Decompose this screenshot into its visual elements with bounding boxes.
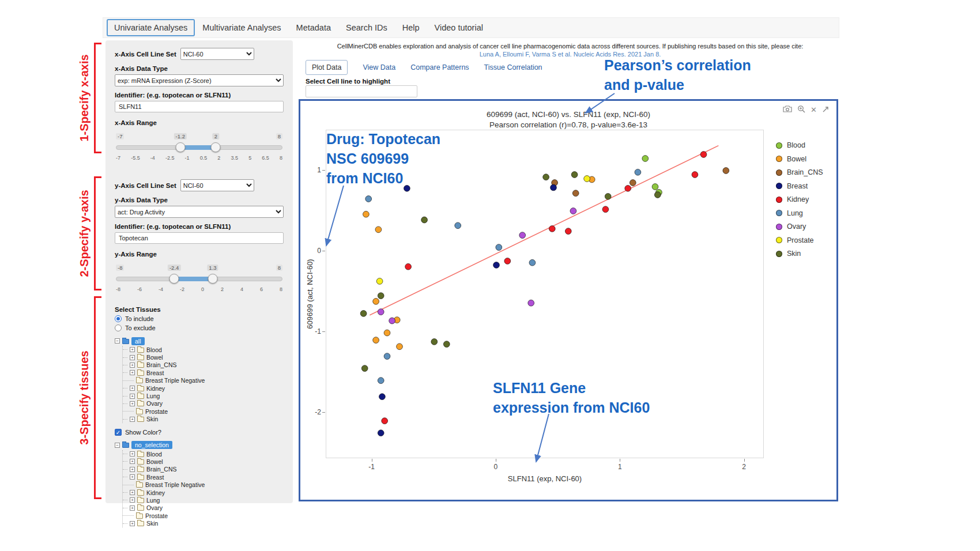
scatter-point-prostate[interactable] bbox=[376, 278, 383, 285]
exclude-tree-item-breast[interactable]: +Breast bbox=[123, 473, 284, 481]
expand-icon[interactable]: + bbox=[130, 490, 135, 495]
expand-icon[interactable]: + bbox=[130, 474, 135, 480]
expand-icon[interactable]: + bbox=[130, 505, 135, 511]
scatter-point-kidney[interactable] bbox=[549, 226, 555, 232]
x-slider-handle-from[interactable] bbox=[175, 142, 185, 152]
y-range-slider[interactable]: -88-2.41.3-8-6-4-202468 bbox=[116, 267, 282, 297]
scatter-point-ovary[interactable] bbox=[528, 300, 534, 306]
expand-icon[interactable]: + bbox=[130, 401, 135, 406]
scatter-point-blood[interactable] bbox=[652, 184, 658, 190]
expand-icon[interactable]: + bbox=[130, 467, 135, 472]
expand-icon[interactable]: + bbox=[130, 355, 135, 360]
legend-item-lung[interactable]: Lung bbox=[776, 209, 823, 217]
nav-tab-univariate-analyses[interactable]: Univariate Analyses bbox=[107, 19, 195, 36]
legend-item-breast[interactable]: Breast bbox=[776, 182, 823, 190]
legend-item-bowel[interactable]: Bowel bbox=[776, 155, 823, 163]
include-tree-item-breast-triple-negative[interactable]: Breast Triple Negative bbox=[123, 377, 284, 384]
tab-tissue-correlation[interactable]: Tissue Correlation bbox=[484, 63, 542, 71]
scatter-point-ovary[interactable] bbox=[378, 309, 384, 315]
highlight-cell-line-input[interactable] bbox=[306, 85, 417, 97]
scatter-point-kidney[interactable] bbox=[565, 228, 571, 235]
scatter-point-skin[interactable] bbox=[378, 293, 384, 299]
scatter-point-ovary[interactable] bbox=[519, 232, 526, 239]
y-slider-handle-from[interactable] bbox=[169, 274, 179, 284]
expand-icon[interactable]: + bbox=[130, 363, 135, 368]
scatter-point-brain-cns[interactable] bbox=[572, 190, 579, 197]
scatter-point-brain-cns[interactable] bbox=[630, 180, 636, 186]
tissues-include-radio[interactable] bbox=[115, 315, 122, 322]
y-identifier-input[interactable] bbox=[115, 232, 284, 244]
scatter-point-kidney[interactable] bbox=[405, 263, 412, 270]
legend-item-skin[interactable]: Skin bbox=[776, 250, 823, 258]
scatter-point-kidney[interactable] bbox=[602, 206, 609, 213]
scatter-point-skin[interactable] bbox=[571, 172, 578, 178]
scatter-point-breast[interactable] bbox=[378, 430, 384, 436]
scatter-point-prostate[interactable] bbox=[584, 176, 590, 182]
scatter-point-breast[interactable] bbox=[379, 394, 386, 400]
scatter-point-lung[interactable] bbox=[384, 353, 390, 360]
include-tree-item-bowel[interactable]: +Bowel bbox=[123, 353, 284, 361]
expand-icon[interactable]: + bbox=[130, 386, 135, 391]
scatter-point-lung[interactable] bbox=[496, 244, 502, 251]
scatter-point-bowel[interactable] bbox=[375, 227, 382, 233]
collapse-icon[interactable]: − bbox=[115, 338, 120, 344]
exclude-tree-root-label[interactable]: no_selection bbox=[131, 441, 172, 449]
scatter-point-kidney[interactable] bbox=[504, 258, 511, 265]
expand-icon[interactable]: + bbox=[130, 451, 135, 456]
scatter-point-kidney[interactable] bbox=[625, 185, 631, 191]
exclude-tree-item-prostate[interactable]: Prostate bbox=[123, 512, 284, 519]
scatter-point-lung[interactable] bbox=[635, 169, 641, 175]
expand-icon[interactable]: + bbox=[130, 521, 135, 526]
expand-icon[interactable]: + bbox=[130, 347, 135, 352]
exclude-tree-item-bowel[interactable]: +Bowel bbox=[123, 458, 284, 465]
collapse-icon[interactable]: − bbox=[115, 443, 120, 448]
legend-item-brain-cns[interactable]: Brain_CNS bbox=[776, 168, 823, 176]
exclude-tree-item-ovary[interactable]: +Ovary bbox=[123, 504, 284, 512]
scatter-point-lung[interactable] bbox=[529, 259, 536, 266]
include-tree-item-breast[interactable]: +Breast bbox=[123, 369, 284, 376]
include-tree-item-lung[interactable]: +Lung bbox=[123, 392, 284, 399]
exclude-tree-item-breast-triple-negative[interactable]: Breast Triple Negative bbox=[123, 481, 284, 488]
x-data-type-select[interactable]: exp: mRNA Expression (Z-Score) bbox=[115, 74, 284, 86]
include-tree-item-prostate[interactable]: Prostate bbox=[123, 407, 284, 415]
y-slider-handle-to[interactable] bbox=[208, 274, 217, 284]
scatter-point-blood[interactable] bbox=[642, 156, 649, 162]
expand-icon[interactable]: + bbox=[130, 459, 135, 464]
scatter-point-ovary[interactable] bbox=[389, 318, 395, 324]
scatter-point-ovary[interactable] bbox=[570, 208, 576, 214]
tab-compare-patterns[interactable]: Compare Patterns bbox=[410, 63, 469, 71]
nav-tab-video-tutorial[interactable]: Video tutorial bbox=[427, 19, 491, 36]
include-tree-item-brain-cns[interactable]: +Brain_CNS bbox=[123, 361, 284, 369]
scatter-point-skin[interactable] bbox=[431, 339, 438, 345]
scatter-point-kidney[interactable] bbox=[692, 172, 698, 178]
include-tree-item-ovary[interactable]: +Ovary bbox=[123, 400, 284, 407]
expand-icon[interactable]: + bbox=[130, 394, 135, 399]
scatter-point-bowel[interactable] bbox=[373, 299, 379, 305]
exclude-tree-item-kidney[interactable]: +Kidney bbox=[123, 489, 284, 496]
scatter-point-breast[interactable] bbox=[551, 184, 557, 191]
scatter-point-skin[interactable] bbox=[443, 341, 450, 348]
exclude-tree-item-brain-cns[interactable]: +Brain_CNS bbox=[123, 466, 284, 473]
scatter-point-skin[interactable] bbox=[421, 217, 428, 223]
legend-item-ovary[interactable]: Ovary bbox=[776, 222, 823, 231]
nav-tab-metadata[interactable]: Metadata bbox=[289, 19, 338, 36]
scatter-point-skin[interactable] bbox=[543, 174, 549, 180]
scatter-point-skin[interactable] bbox=[605, 193, 611, 199]
show-color-checkbox[interactable]: ✓ bbox=[115, 429, 122, 436]
y-data-type-select[interactable]: act: Drug Activity bbox=[115, 206, 284, 218]
expand-icon[interactable]: + bbox=[130, 497, 135, 503]
x-cell-line-set-select[interactable]: NCI-60 bbox=[180, 48, 254, 60]
tab-view-data[interactable]: View Data bbox=[363, 63, 395, 71]
exclude-tree-item-skin[interactable]: +Skin bbox=[123, 519, 284, 527]
legend-item-kidney[interactable]: Kidney bbox=[776, 195, 823, 203]
scatter-point-skin[interactable] bbox=[361, 365, 368, 372]
nav-tab-search-ids[interactable]: Search IDs bbox=[338, 19, 395, 36]
scatter-point-kidney[interactable] bbox=[700, 152, 707, 158]
include-tree-item-skin[interactable]: +Skin bbox=[123, 416, 284, 423]
expand-icon[interactable]: + bbox=[130, 370, 135, 375]
exclude-tree-item-blood[interactable]: +Blood bbox=[123, 450, 284, 458]
scatter-point-brain-cns[interactable] bbox=[723, 168, 729, 174]
scatter-point-skin[interactable] bbox=[654, 192, 661, 198]
scatter-point-bowel[interactable] bbox=[397, 344, 403, 350]
scatter-point-lung[interactable] bbox=[455, 222, 461, 229]
